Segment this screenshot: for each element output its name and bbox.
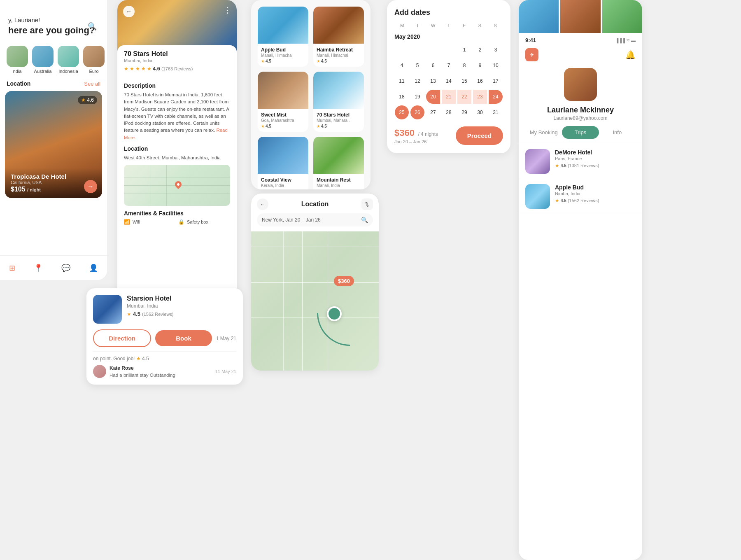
calendar-grid: 1234567891011121314151617181920212223242… [394,42,503,120]
search-card-haimba[interactable]: Haimba Retreat Manali, Himachal ★ 4.5 [313,7,364,67]
search-card-sweet-mist[interactable]: Sweet Mist Goa, Maharashtra ★ 4.5 [258,72,308,132]
calendar-cell[interactable]: 15 [457,74,471,88]
battery-icon: ▬ [631,38,636,43]
calendar-cell[interactable]: 11 [395,74,409,88]
safety-icon: 🔒 [178,219,184,225]
calendar-cell[interactable]: 7 [442,58,456,72]
map-search-bar[interactable]: New York, Jan 20 – Jan 26 🔍 [257,213,373,226]
nav-location-icon[interactable]: 📍 [34,264,43,273]
star-icon: ★ [555,198,559,203]
calendar-cell[interactable]: 23 [473,90,487,104]
booking-rating-row: ★ 4.5 (1381 Reviews) [555,163,636,168]
map-filter-button[interactable]: ⇅ [361,198,373,210]
calendar-cell[interactable]: 1 [457,43,471,57]
tab-trips[interactable]: Trips [562,126,599,139]
map-road-horizontal [251,282,379,283]
booking-item-apple-bud[interactable]: Apple Bud Nimba, India ★ 4.5 (1562 Revie… [519,179,642,214]
calendar-cell[interactable]: 8 [457,58,471,72]
calendar-cell[interactable]: 27 [426,105,440,119]
calendar-cell[interactable]: 18 [395,90,409,104]
tab-my-booking[interactable]: My Booking [525,126,562,139]
reviewer-info: Kate Rose Had a brilliant stay Outstandi… [93,365,175,378]
nav-chat-icon[interactable]: 💬 [61,264,70,273]
dest-item-australia[interactable]: Australia [32,46,54,74]
calendar-cell[interactable]: 20 [426,90,440,104]
search-card-mountain[interactable]: Mountain Rest Manali, India ★ 4.5 [313,137,364,189]
calendar-cell[interactable]: 5 [410,58,424,72]
star-icon: ★ [261,124,265,128]
calendar-cell[interactable]: 9 [473,58,487,72]
calendar-cell[interactable]: 29 [457,105,471,119]
calendar-month: May 2020 [394,33,503,40]
calendar-cell[interactable]: 16 [473,74,487,88]
back-button[interactable]: ← [123,6,135,17]
calendar-cell[interactable] [442,43,456,57]
dest-thumb-euro [83,46,105,67]
profile-name: Lauriane Mckinney [519,106,642,114]
notification-bell-icon[interactable]: 🔔 [625,50,636,60]
dest-item-euro[interactable]: Euro [83,46,105,74]
dest-item-india[interactable]: ndia [7,46,28,74]
calendar-cell[interactable] [426,43,440,57]
map-grid-line [166,165,167,206]
card-location: Mumbai, Mahara.. [317,118,361,123]
calendar-cell[interactable]: 4 [395,58,409,72]
calendar-cell[interactable]: 30 [473,105,487,119]
map-search-text: New York, Jan 20 – Jan 26 [262,217,358,223]
calendar-cell[interactable]: 21 [442,90,456,104]
more-options-button[interactable]: ⋮ [224,6,231,15]
search-icon[interactable]: 🔍 [86,20,99,33]
proceed-button[interactable]: Proceed [456,126,503,145]
star-icon: ★ [127,311,131,317]
dest-thumb-australia [32,46,54,67]
amenities-grid: 📶 Wifi 🔒 Safety box [124,219,230,225]
calendar-cell[interactable]: 28 [442,105,456,119]
card-location: Manali, India [317,183,361,188]
star-icon: ★ [261,59,265,63]
calendar-cell[interactable]: 25 [395,105,409,119]
map-road-horizontal [251,247,379,247]
rating-value: 4.5 [266,189,271,189]
dest-item-indonesia[interactable]: Indonesia [58,46,79,74]
featured-hotel-card[interactable]: ★ 4.6 Tropicasa De Hotel California, USA… [5,91,102,198]
tab-info[interactable]: Info [599,126,636,139]
search-card-apple-bud[interactable]: Apple Bud Manali, Himachal ★ 4.5 [258,7,308,67]
search-card-70stars[interactable]: 70 Stars Hotel Mumbai, Mahara.. ★ 4.5 [313,72,364,132]
calendar-cell[interactable]: 24 [489,90,503,104]
calendar-cell[interactable]: 26 [410,105,424,119]
hotel-body: Description 70 Stars Hotel is in Mumbai … [117,74,237,229]
search-card-coastal[interactable]: Coastal View Kerala, India ★ 4.5 [258,137,308,189]
map-back-button[interactable]: ← [257,198,268,210]
calendar-cell[interactable]: 22 [457,90,471,104]
see-all-link[interactable]: See all [84,81,100,87]
book-button[interactable]: Book [155,330,212,346]
destinations-row: ndia Australia Indonesia Euro [0,42,107,77]
calendar-cell[interactable]: 3 [489,43,503,57]
calendar-cell[interactable]: 6 [426,58,440,72]
direction-button[interactable]: Direction [93,329,151,347]
calendar-cell[interactable]: 17 [489,74,503,88]
price-amount: $360 [394,128,415,138]
main-app-panel: y, Lauriane! here are you going? 🔍 ndia … [0,0,107,280]
calendar-cell[interactable]: 10 [489,58,503,72]
booking-item-demore[interactable]: DeMore Hotel Paris, France ★ 4.5 (1381 R… [519,144,642,179]
card-name: Haimba Retreat [317,47,361,53]
calendar-cell[interactable] [395,43,409,57]
hotel-map[interactable] [124,165,230,206]
nav-profile-icon[interactable]: 👤 [89,264,98,273]
calendar-cell[interactable]: 14 [442,74,456,88]
dest-thumb-indonesia [58,46,79,67]
calendar-cell[interactable] [410,43,424,57]
calendar-cell[interactable]: 13 [426,74,440,88]
calendar-cell[interactable]: 12 [410,74,424,88]
nav-home-icon[interactable]: ⊞ [9,264,15,273]
calendar-cell[interactable]: 19 [410,90,424,104]
card-body: Apple Bud Manali, Himachal ★ 4.5 [258,44,308,67]
greeting-text: y, Lauriane! [8,16,99,23]
profile-top-icons: ✈ 🔔 [519,43,642,66]
calendar-cell[interactable]: 31 [489,105,503,119]
card-location: Manali, Himachal [317,53,361,58]
card-body: Sweet Mist Goa, Maharashtra ★ 4.5 [258,109,308,132]
booking-info-apple: Apple Bud Nimba, India ★ 4.5 (1562 Revie… [555,184,636,209]
calendar-cell[interactable]: 2 [473,43,487,57]
